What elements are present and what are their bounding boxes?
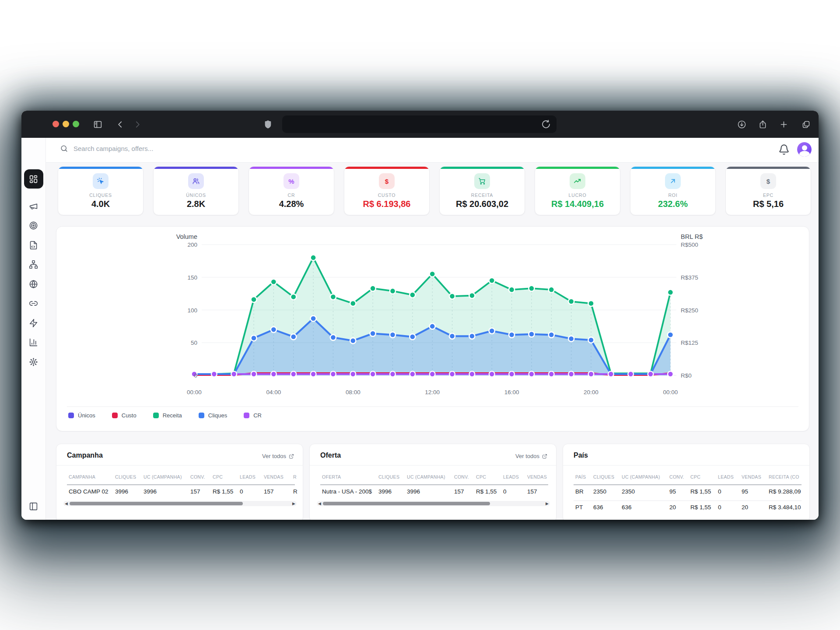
shield-icon[interactable]	[262, 118, 274, 130]
kpi-card-cliques: CLIQUES 4.0K	[58, 166, 144, 215]
sidebar-item-funnels[interactable]	[24, 255, 43, 274]
table-cell: 157	[264, 488, 274, 495]
table-cell: BR	[575, 488, 584, 495]
column-header: LEADS	[240, 474, 256, 480]
column-header: UC (CAMPANHA)	[144, 474, 182, 480]
svg-text:50: 50	[191, 340, 197, 346]
table-cell: 2350	[622, 488, 635, 495]
sidebar-item-reports[interactable]	[24, 333, 43, 352]
chart-legend: Únicos Custo Receita Cliques CR	[68, 412, 262, 419]
url-bar[interactable]	[282, 116, 556, 133]
svg-text:08:00: 08:00	[346, 389, 360, 396]
table-cell: Nutra - USA - 200$	[322, 488, 372, 495]
globe-icon	[29, 280, 38, 289]
legend-swatch	[244, 413, 249, 418]
sidebar-item-domains[interactable]	[24, 274, 43, 294]
sidebar-item-dashboard[interactable]	[24, 169, 43, 189]
svg-text:12:00: 12:00	[425, 389, 440, 396]
column-header: R	[293, 474, 297, 480]
column-header: LEADS	[503, 474, 519, 480]
sidebar-item-collapse-panel[interactable]	[24, 497, 43, 516]
column-header: CLIQUES	[115, 474, 136, 480]
legend-item-receita[interactable]: Receita	[153, 412, 182, 419]
external-link-icon	[289, 454, 294, 459]
forward-icon[interactable]	[131, 118, 143, 130]
column-header: OFERTA	[322, 474, 341, 480]
toolbar-sidebar-toggle-icon[interactable]	[69, 118, 81, 130]
ver-todos-link[interactable]: Ver todos	[515, 453, 547, 459]
share-icon[interactable]	[756, 118, 769, 130]
tab-overview-icon[interactable]	[800, 118, 812, 130]
scroll-right-icon[interactable]: ▶	[546, 501, 549, 506]
kpi-label: CLIQUES	[89, 192, 112, 198]
scroll-right-icon[interactable]: ▶	[292, 501, 295, 506]
scroll-left-icon[interactable]: ◀	[318, 501, 321, 506]
table-cell: 20	[742, 504, 748, 511]
dollar-icon: $	[379, 173, 395, 189]
svg-text:100: 100	[187, 307, 197, 314]
ver-todos-link[interactable]: Ver todos	[262, 453, 294, 459]
svg-text:04:00: 04:00	[266, 389, 281, 396]
back-icon[interactable]	[114, 118, 126, 130]
close-button[interactable]	[52, 121, 59, 127]
scroll-left-icon[interactable]: ◀	[65, 501, 68, 506]
kpi-value: 4.28%	[279, 199, 304, 209]
kpi-card-roi: ROI 232.6%	[630, 166, 716, 215]
kpi-accent-bar	[726, 167, 811, 169]
scrollbar-thumb[interactable]	[323, 502, 490, 505]
kpi-value: R$ 20.603,02	[456, 199, 508, 209]
kpi-value: R$ 5,16	[753, 199, 784, 209]
sidebar-item-offers[interactable]	[24, 216, 43, 235]
column-header: LEADS	[718, 474, 734, 480]
summary-tables: Campanha Ver todos CAMPANHACLIQUESUC (CA…	[56, 444, 810, 520]
layout-dashboard-icon	[29, 175, 38, 184]
sidebar-item-links[interactable]	[24, 294, 43, 313]
bar-chart-icon	[29, 338, 38, 347]
sidebar-item-campaigns[interactable]	[24, 196, 43, 216]
search-input[interactable]	[74, 145, 257, 152]
download-icon[interactable]	[735, 118, 748, 130]
ver-todos-label: Ver todos	[515, 453, 539, 459]
reload-icon[interactable]	[541, 119, 551, 130]
column-header: CLIQUES	[378, 474, 399, 480]
table-cell: 636	[593, 504, 603, 511]
horizontal-scrollbar[interactable]: ◀ ▶	[317, 501, 550, 506]
legend-item-cliques[interactable]: Cliques	[199, 412, 227, 419]
sidebar-nav	[21, 138, 46, 520]
svg-text:R$375: R$375	[681, 274, 698, 281]
column-header: CONV.	[190, 474, 205, 480]
legend-item-custo[interactable]: Custo	[112, 412, 136, 419]
table-cell: 0	[718, 488, 721, 495]
horizontal-scrollbar[interactable]: ◀ ▶	[63, 501, 297, 506]
legend-item-únicos[interactable]: Únicos	[68, 412, 95, 419]
kpi-card-cr: % CR 4.28%	[248, 166, 334, 215]
legend-swatch	[199, 413, 204, 418]
column-header: PAÍS	[575, 474, 586, 480]
legend-item-cr[interactable]: CR	[244, 412, 262, 419]
percent-icon: %	[284, 173, 299, 189]
kpi-label: RECEITA	[471, 192, 493, 198]
column-header: CONV.	[454, 474, 469, 480]
legend-swatch	[112, 413, 118, 418]
minimize-button[interactable]	[63, 121, 69, 127]
column-header: VENDAS	[527, 474, 547, 480]
sidebar-item-settings[interactable]	[24, 352, 43, 371]
svg-text:R$125: R$125	[681, 340, 698, 346]
gear-icon	[29, 357, 38, 367]
kpi-accent-bar	[535, 167, 620, 169]
bell-icon[interactable]	[778, 144, 790, 155]
table-title: Oferta	[320, 452, 341, 459]
sidebar-item-landing-pages[interactable]	[24, 235, 43, 255]
new-tab-icon[interactable]	[777, 118, 790, 130]
sidebar-item-automation[interactable]	[24, 313, 43, 332]
kpi-label: CR	[288, 192, 295, 198]
column-header: CONV.	[669, 474, 684, 480]
megaphone-icon	[29, 202, 38, 211]
column-header: UC (CAMPANHA)	[407, 474, 445, 480]
legend-label: CR	[253, 412, 262, 419]
scrollbar-thumb[interactable]	[70, 502, 243, 505]
trend-up-icon	[570, 173, 585, 189]
column-header: CPC	[476, 474, 486, 480]
svg-text:0: 0	[194, 372, 197, 379]
avatar[interactable]	[797, 142, 812, 157]
